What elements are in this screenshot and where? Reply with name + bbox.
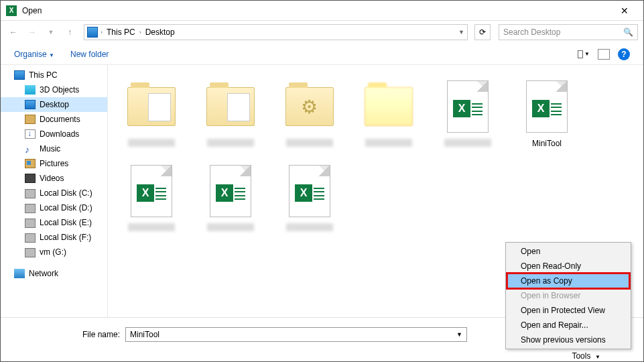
file-item[interactable]	[270, 73, 349, 158]
file-label	[128, 223, 175, 231]
tree-this-pc[interactable]: This PC	[1, 68, 107, 82]
file-label: MiniTool	[532, 139, 562, 148]
search-placeholder: Search Desktop	[503, 27, 623, 37]
music-icon	[25, 144, 36, 154]
file-label	[207, 139, 254, 147]
file-item[interactable]: X	[191, 158, 270, 242]
filename-value: MiniTool	[130, 330, 456, 339]
context-menu-item[interactable]: Show previous versions	[507, 333, 629, 347]
chevron-right-icon: ›	[101, 29, 103, 36]
file-label	[365, 139, 412, 147]
tree-disk-d[interactable]: Local Disk (D:)	[1, 200, 107, 215]
file-item[interactable]	[349, 73, 428, 158]
back-button[interactable]: ←	[6, 25, 21, 40]
tree-disk-vm[interactable]: vm (G:)	[1, 245, 107, 259]
disk-icon	[25, 219, 36, 228]
filename-label: File name:	[13, 330, 125, 339]
file-item[interactable]	[191, 73, 270, 158]
downloads-icon	[25, 129, 36, 139]
file-item[interactable]: X	[428, 73, 507, 158]
file-label	[207, 223, 254, 231]
network-icon	[14, 269, 25, 278]
pc-icon	[87, 27, 98, 38]
breadcrumb[interactable]: This PC	[105, 27, 137, 37]
up-button[interactable]: ↑	[62, 25, 77, 40]
pictures-icon	[25, 159, 36, 168]
disk-icon	[25, 204, 36, 213]
chevron-down-icon[interactable]: ▼	[456, 331, 462, 338]
search-input[interactable]: Search Desktop 🔍	[499, 24, 638, 40]
excel-file-icon: X	[447, 80, 489, 133]
context-menu-item[interactable]: Open as Copy	[507, 274, 629, 288]
close-button[interactable]: ✕	[611, 5, 638, 16]
tree-3d-objects[interactable]: 3D Objects	[1, 82, 107, 97]
file-item[interactable]: X	[270, 158, 349, 242]
context-menu-item[interactable]: Open	[507, 244, 629, 259]
filename-input[interactable]: MiniTool ▼	[125, 327, 467, 342]
search-icon: 🔍	[623, 27, 633, 37]
folder-icon	[127, 87, 176, 126]
tree-downloads[interactable]: Downloads	[1, 127, 107, 141]
folder-icon	[285, 87, 334, 126]
folder-icon	[206, 87, 255, 126]
excel-file-icon: X	[526, 80, 568, 133]
breadcrumb[interactable]: Desktop	[144, 27, 176, 37]
forward-button[interactable]: →	[25, 25, 40, 40]
chevron-down-icon: ▼	[595, 354, 600, 360]
tools-menu[interactable]: Tools ▼	[568, 350, 604, 362]
file-item[interactable]	[112, 73, 191, 158]
file-item[interactable]: X	[112, 158, 191, 242]
tree-desktop[interactable]: Desktop	[1, 97, 107, 112]
tree-documents[interactable]: Documents	[1, 112, 107, 127]
desktop-icon	[25, 100, 36, 109]
nav-bar: ← → ▼ ↑ › This PC › Desktop ▼ ⟳ Search D…	[1, 21, 643, 44]
nav-tree: This PC 3D Objects Desktop Documents Dow…	[1, 65, 108, 317]
excel-app-icon: X	[6, 5, 17, 16]
preview-pane-button[interactable]	[598, 49, 610, 60]
videos-icon	[25, 174, 36, 183]
file-label	[128, 139, 175, 147]
file-label	[286, 223, 333, 231]
excel-file-icon: X	[210, 165, 251, 217]
chevron-down-icon: ▼	[49, 52, 54, 58]
file-label	[444, 139, 491, 147]
chevron-right-icon: ›	[139, 29, 141, 36]
tree-disk-e[interactable]: Local Disk (E:)	[1, 215, 107, 230]
organise-menu[interactable]: Organise ▼	[14, 50, 54, 59]
toolbar: Organise ▼ New folder ▼ ?	[1, 44, 643, 65]
window-title: Open	[22, 6, 611, 15]
tree-videos[interactable]: Videos	[1, 171, 107, 186]
pc-icon	[14, 70, 25, 80]
address-dropdown-icon[interactable]: ▼	[458, 29, 464, 36]
folder-icon	[365, 87, 413, 126]
tree-network[interactable]: Network	[1, 266, 107, 281]
tree-disk-c[interactable]: Local Disk (C:)	[1, 186, 107, 200]
open-button-context-menu: OpenOpen Read-OnlyOpen as CopyOpen in Br…	[505, 242, 631, 349]
file-label	[286, 139, 333, 147]
disk-icon	[25, 248, 36, 257]
context-menu-item: Open in Browser	[507, 288, 629, 303]
file-item[interactable]: XMiniTool	[507, 73, 586, 158]
context-menu-item[interactable]: Open Read-Only	[507, 259, 629, 274]
disk-icon	[25, 233, 36, 243]
view-button[interactable]: ▼	[578, 49, 590, 60]
titlebar: X Open ✕	[1, 1, 643, 21]
tree-disk-f[interactable]: Local Disk (F:)	[1, 230, 107, 245]
3d-objects-icon	[25, 85, 36, 95]
tree-music[interactable]: Music	[1, 141, 107, 156]
refresh-button[interactable]: ⟳	[474, 24, 491, 40]
new-folder-button[interactable]: New folder	[70, 50, 109, 59]
address-bar[interactable]: › This PC › Desktop ▼	[84, 24, 468, 40]
context-menu-item[interactable]: Open and Repair...	[507, 318, 629, 333]
tree-pictures[interactable]: Pictures	[1, 156, 107, 171]
recent-dropdown-icon[interactable]: ▼	[44, 25, 58, 40]
context-menu-item[interactable]: Open in Protected View	[507, 303, 629, 318]
disk-icon	[25, 189, 36, 198]
excel-file-icon: X	[289, 165, 330, 217]
documents-icon	[25, 115, 36, 124]
excel-file-icon: X	[131, 165, 172, 217]
help-button[interactable]: ?	[618, 48, 630, 60]
